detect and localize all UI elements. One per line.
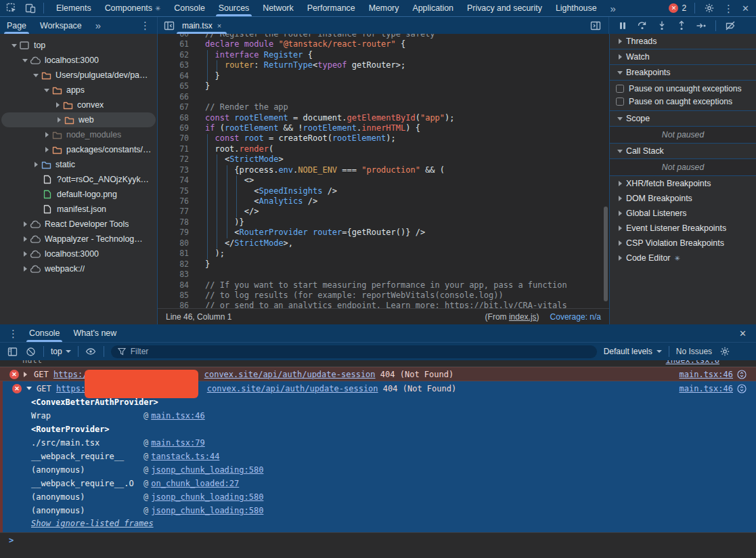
section-global-listeners[interactable]: Global Listeners (610, 206, 756, 221)
pause-script-icon[interactable] (617, 20, 628, 31)
navigator-tab-page[interactable]: Page (0, 17, 33, 34)
line-number[interactable]: 72 (158, 154, 198, 165)
section-code-editor[interactable]: Code Editor✳ (610, 251, 756, 265)
code-line[interactable]: 69if (rootElement && !rootElement.innerH… (158, 123, 609, 133)
frame-source-link[interactable]: jsonp_chunk_loading:580 (151, 492, 263, 502)
section-scope[interactable]: Scope (610, 111, 756, 126)
log-levels-dropdown[interactable]: Default levels (604, 347, 662, 356)
line-number[interactable]: 82 (158, 259, 198, 270)
close-tab-icon[interactable]: × (217, 22, 221, 30)
tree-item--ott-rsoc-anojzkyyk-[interactable]: ?ott=rsOc_ANOjzKyyk… (0, 172, 157, 187)
toggle-navigator-icon[interactable] (163, 20, 175, 32)
line-number[interactable]: 73 (158, 165, 198, 175)
chevron-down-icon[interactable] (9, 44, 19, 47)
code-line[interactable]: 68const rootElement = document.getElemen… (158, 113, 609, 123)
line-number[interactable]: 76 (158, 196, 198, 207)
line-number[interactable]: 84 (158, 280, 198, 291)
tab-application[interactable]: Application (405, 0, 460, 16)
stack-frame-row[interactable]: <RouterProvider> (3, 423, 756, 436)
code-line[interactable]: 80 </StrictMode>, (158, 238, 609, 249)
tree-item-top[interactable]: top (0, 38, 157, 53)
code-line[interactable]: 60// Register the router instance for ty… (158, 34, 609, 39)
code-line[interactable]: 65} (158, 81, 609, 91)
chevron-right-icon[interactable] (20, 251, 30, 257)
clear-console-icon[interactable] (25, 346, 37, 358)
issues-counter[interactable]: No Issues (676, 347, 712, 356)
checkbox[interactable] (616, 98, 624, 106)
line-number[interactable]: 61 (158, 39, 198, 49)
toggle-debugger-sidebar-icon[interactable] (590, 20, 602, 32)
code-line[interactable]: 75 <SpeedInsights /> (158, 186, 609, 196)
console-sidebar-icon[interactable] (7, 346, 18, 358)
checkbox-pause-on-caught-exceptions[interactable]: Pause on caught exceptions (610, 95, 756, 108)
code-line[interactable]: 85// to log results (for example: report… (158, 291, 609, 301)
stack-frame-row[interactable]: __webpack_require__.O@on_chunk_loaded:27 (3, 477, 756, 490)
index-js-link[interactable]: index.js (509, 312, 537, 322)
step-into-icon[interactable] (657, 20, 667, 31)
console-settings-gear-icon[interactable] (719, 346, 730, 358)
stack-frame-row[interactable]: (anonymous)@jsonp_chunk_loading:580 (3, 504, 756, 517)
linked-frames-icon[interactable] (737, 370, 747, 379)
code-line[interactable]: 74 <> (158, 175, 609, 186)
frame-source-link[interactable]: on_chunk_loaded:27 (151, 479, 239, 488)
kebab-menu-icon[interactable]: ⋮ (724, 3, 734, 14)
chevron-down-icon[interactable] (20, 59, 30, 62)
checkbox[interactable] (616, 85, 624, 93)
code-line[interactable]: 76 <Analytics /> (158, 196, 609, 207)
settings-gear-icon[interactable] (703, 2, 715, 14)
tree-item-node-modules[interactable]: node_modules (0, 127, 157, 142)
code-line[interactable]: 86// or send to an analytics endpoint. L… (158, 301, 609, 308)
tab-sources[interactable]: Sources (212, 0, 256, 16)
code-line[interactable]: 77 </> (158, 207, 609, 217)
tree-item-webpack-[interactable]: webpack:// (0, 261, 157, 276)
line-number[interactable]: 71 (158, 144, 198, 154)
console-filter-input[interactable]: Filter (111, 345, 597, 358)
chevron-down-icon[interactable] (26, 387, 35, 390)
show-ignore-listed-frames[interactable]: Show ignore-listed frames (3, 517, 756, 532)
code-line[interactable]: 62 interface Register { (158, 50, 609, 60)
chevron-right-icon[interactable] (20, 266, 30, 272)
code-line[interactable]: 84// If you want to start measuring perf… (158, 280, 609, 291)
frame-source-link[interactable]: main.tsx:79 (151, 438, 204, 448)
line-number[interactable]: 77 (158, 207, 198, 217)
tree-item-static[interactable]: static (0, 157, 157, 172)
section-xhr-fetch-breakpoints[interactable]: XHR/fetch Breakpoints (610, 176, 756, 191)
tree-item-default-logo-png[interactable]: default-logo.png (0, 187, 157, 202)
tab-components[interactable]: Components✳ (98, 0, 168, 16)
line-number[interactable]: 80 (158, 238, 198, 249)
code-editor[interactable]: 60// Register the router instance for ty… (158, 34, 609, 308)
chevron-right-icon[interactable] (54, 117, 64, 123)
code-line[interactable]: 63 router: ReturnType<typeof getRouter>; (158, 60, 609, 70)
coverage-link[interactable]: Coverage: n/a (550, 312, 601, 322)
navigator-menu-icon[interactable]: ⋮ (140, 20, 157, 30)
tree-item-convex[interactable]: convex (0, 98, 157, 112)
tree-item-manifest-json[interactable]: manifest.json (0, 202, 157, 217)
device-toolbar-icon[interactable] (24, 2, 37, 14)
line-number[interactable]: 64 (158, 71, 198, 81)
tab-memory[interactable]: Memory (362, 0, 406, 16)
stack-frame-row[interactable]: __webpack_require__@tanstack.ts:44 (3, 450, 756, 463)
code-line[interactable]: 72 <StrictMode> (158, 154, 609, 165)
source-link[interactable]: index.tsx:6 (666, 360, 719, 367)
tree-item-localhost-3000[interactable]: localhost:3000 (0, 246, 157, 261)
frame-source-link[interactable]: main.tsx:46 (151, 411, 204, 421)
code-line[interactable]: 73 {process.env.NODE_ENV === "production… (158, 165, 609, 175)
chevron-right-icon[interactable] (24, 372, 32, 377)
line-number[interactable]: 83 (158, 270, 198, 280)
navigator-tab-workspace[interactable]: Workspace (33, 17, 89, 34)
line-number[interactable]: 63 (158, 60, 198, 70)
close-devtools-icon[interactable]: ✕ (742, 4, 749, 13)
tree-item-web[interactable]: web (1, 112, 156, 127)
code-line[interactable]: 61declare module "@tanstack/react-router… (158, 39, 609, 49)
step-out-icon[interactable] (676, 20, 687, 31)
code-line[interactable]: 78 )} (158, 217, 609, 228)
line-number[interactable]: 68 (158, 113, 198, 123)
line-number[interactable]: 86 (158, 301, 198, 308)
tab-elements[interactable]: Elements (49, 0, 98, 16)
stack-frame-row[interactable]: (anonymous)@jsonp_chunk_loading:580 (3, 463, 756, 477)
drawer-tab-console[interactable]: Console (22, 324, 66, 342)
line-number[interactable]: 79 (158, 228, 198, 238)
chevron-right-icon[interactable] (20, 236, 30, 242)
section-dom-breakpoints[interactable]: DOM Breakpoints (610, 191, 756, 206)
tree-item-react-developer-tools[interactable]: React Developer Tools (0, 217, 157, 232)
